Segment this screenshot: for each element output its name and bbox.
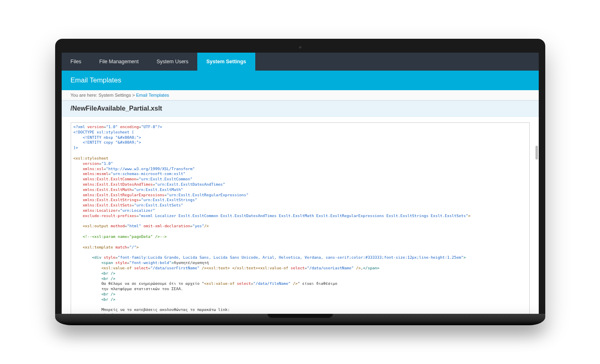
code-line: exclude-result-prefixes="msxml Localizer… [74,213,527,219]
laptop-notch [268,314,333,318]
laptop-bezel: FilesFile ManagementSystem UsersSystem S… [55,39,545,314]
code-editor[interactable]: <?xml version="1.0" encoding="UTF-8"?><!… [71,122,530,314]
code-line: <!--<xsl:param name="pageData" />--> [74,234,527,240]
code-line: Θα θέλαμε να σε ενημερώσουμε ότι το αρχε… [74,281,527,286]
page-subheader: Email Templates [62,71,539,90]
code-line: <!ENTITY copy "&#x00A9;"> [74,140,527,145]
code-line: <!DOCTYPE xsl:stylesheet [ [74,130,527,135]
file-title-bar: /NewFileAvailable_Partial.xslt [62,100,539,117]
scrollbar-thumb[interactable] [535,146,538,160]
laptop-device-frame: FilesFile ManagementSystem UsersSystem S… [55,39,545,325]
code-line: την πλατφόρμα στατιστικών του ΣΕΑΑ. [74,286,527,292]
breadcrumb-prefix: You are here: [71,93,98,98]
code-line: <xsl:template match="/"> [74,245,527,250]
nav-item-system-settings[interactable]: System Settings [197,53,255,71]
breadcrumb: You are here: System Settings > Email Te… [62,90,539,100]
code-line: <xsl:output method="html" omit-xml-decla… [74,224,527,229]
file-title: /NewFileAvailable_Partial.xslt [71,105,162,112]
code-line: ]> [74,145,527,151]
code-line: <br /> [74,292,527,297]
code-line: xmlns:Exslt.ExsltRegularExpressions="urn… [74,193,527,198]
code-line: xmlns:Exslt.ExsltCommon="urn:Exslt.Exslt… [74,177,527,182]
app-screen: FilesFile ManagementSystem UsersSystem S… [62,53,539,314]
code-line: xmlns:msxml="urn:schemas-microsoft-com:x… [74,171,527,177]
code-line: version="1.0" [74,161,527,166]
code-line [74,240,527,245]
code-line: <?xml version="1.0" encoding="UTF-8"?> [74,124,527,130]
code-line [74,219,527,224]
code-line: Μπορείς να το κατεβάσεις ακολουθώντας το… [74,307,527,313]
breadcrumb-path: System Settings [98,93,131,98]
page-title: Email Templates [71,76,121,84]
breadcrumb-current-link[interactable]: Email Templates [136,93,169,98]
code-line [74,250,527,255]
code-line: <xsl:value-of select="/data/userFirstNam… [74,266,527,271]
breadcrumb-separator: > [132,93,135,98]
code-line: xmlns:xsl="http://www.w3.org/1999/XSL/Tr… [74,166,527,172]
camera-icon [299,46,301,49]
code-line: <br /> [74,297,527,302]
code-line: <br /> [74,271,527,276]
code-line: <xsl:stylesheet [74,156,527,161]
code-line: xmlns:Exslt.ExsltStrings="urn:Exslt.Exsl… [74,198,527,203]
nav-item-file-management[interactable]: File Management [90,53,148,71]
code-line: xmlns:Exslt.ExsltSets="urn:Exslt.ExsltSe… [74,203,527,208]
code-line: <!ENTITY nbsp "&#x00A0;"> [74,135,527,140]
code-line [74,229,527,234]
code-line: <span style="font-weight:bold">Αγαπητέ/α… [74,260,527,266]
code-line: xmlns:Exslt.ExsltMath="urn:Exslt.ExsltMa… [74,187,527,193]
code-line: <br /> [74,276,527,282]
top-nav: FilesFile ManagementSystem UsersSystem S… [62,53,539,71]
code-line: <div style="font-family:Lucida Grande, L… [74,255,527,260]
code-editor-wrap: <?xml version="1.0" encoding="UTF-8"?><!… [62,117,539,314]
nav-item-files[interactable]: Files [62,53,90,71]
code-line: xmlns:Exslt.ExsltDatesAndTimes="urn:Exsl… [74,182,527,187]
laptop-base [55,314,545,325]
code-line [74,302,527,308]
code-line: xmlns:Localizer="urn:Localizer" [74,208,527,213]
nav-item-system-users[interactable]: System Users [147,53,197,71]
code-line [74,151,527,156]
